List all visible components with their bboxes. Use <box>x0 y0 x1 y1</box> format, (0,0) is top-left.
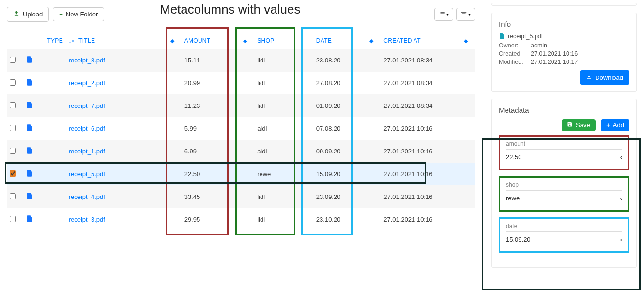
col-created-at-label: CREATED AT <box>383 37 421 44</box>
table-row[interactable]: receipt_4.pdf33.45lidl23.09.2027.01.2021… <box>7 185 475 208</box>
add-label: Add <box>613 122 624 129</box>
row-checkbox[interactable] <box>10 193 16 199</box>
save-icon <box>567 122 573 129</box>
cell-amount: 22.50 <box>182 163 241 185</box>
meta-field-date: date 15.09.20 ‹ <box>499 217 629 253</box>
info-filename: receipt_5.pdf <box>508 33 543 41</box>
info-heading: Info <box>499 20 629 28</box>
file-title-link[interactable]: receipt_3.pdf <box>69 216 105 223</box>
modified-label: Modified: <box>499 59 528 65</box>
file-title-link[interactable]: receipt_8.pdf <box>69 57 105 64</box>
file-icon <box>26 147 33 156</box>
row-checkbox[interactable] <box>10 148 16 154</box>
sort-icon: ↓F <box>69 38 74 44</box>
col-type[interactable]: TYPE <box>44 32 65 49</box>
view-buttons: ▾ ▾ <box>434 8 475 21</box>
file-icon <box>26 56 33 65</box>
download-button[interactable]: Download <box>580 70 629 85</box>
row-checkbox[interactable] <box>10 57 16 63</box>
table-row[interactable]: receipt_3.pdf29.95lidl23.10.2027.01.2021… <box>7 208 475 231</box>
save-button[interactable]: Save <box>562 119 596 131</box>
col-created-at-sort[interactable]: ◆ <box>461 32 475 49</box>
owner-label: Owner: <box>499 42 528 49</box>
add-button[interactable]: + Add <box>601 119 629 131</box>
file-title-link[interactable]: receipt_7.pdf <box>69 102 105 109</box>
row-checkbox[interactable] <box>10 79 16 86</box>
cell-created-at: 27.01.2021 10:16 <box>381 117 461 140</box>
table-row[interactable]: receipt_6.pdf5.99aldi07.08.2027.01.2021 … <box>7 117 475 140</box>
plus-icon: + <box>606 122 610 129</box>
col-date-sort[interactable]: ◆ <box>367 32 381 49</box>
chevron-left-icon[interactable]: ‹ <box>620 153 622 161</box>
upload-icon <box>13 10 20 18</box>
table-row[interactable]: receipt_1.pdf6.99aldi09.09.2027.01.2021 … <box>7 140 475 163</box>
plus-icon: + <box>59 11 63 18</box>
table-row[interactable]: receipt_7.pdf11.23lidl01.09.2027.01.2021… <box>7 94 475 117</box>
cell-amount: 33.45 <box>182 185 241 208</box>
col-shop-sort[interactable]: ◆ <box>240 32 254 49</box>
download-label: Download <box>595 74 623 81</box>
overlay-title: Metacolumns with values <box>160 2 300 17</box>
info-panel: Info receipt_5.pdf Owner:admin Created:2… <box>491 13 637 92</box>
cell-date: 23.08.20 <box>313 49 367 72</box>
col-title[interactable]: ↓F TITLE <box>66 32 168 49</box>
caret-down-icon: ▾ <box>468 12 471 17</box>
file-title-link[interactable]: receipt_2.pdf <box>69 79 105 87</box>
sort-icon: ◆ <box>369 38 373 43</box>
file-title-link[interactable]: receipt_4.pdf <box>69 193 105 200</box>
col-title-label: TITLE <box>78 37 95 44</box>
file-icon <box>499 33 505 41</box>
table-row[interactable]: receipt_5.pdf22.50rewe15.09.2027.01.2021… <box>7 163 475 185</box>
row-checkbox[interactable] <box>10 102 16 108</box>
cell-date: 23.10.20 <box>313 208 367 231</box>
view-mode-button[interactable]: ▾ <box>434 8 453 21</box>
row-checkbox[interactable] <box>10 170 16 177</box>
table-row[interactable]: receipt_2.pdf20.99lidl27.08.2027.01.2021… <box>7 72 475 94</box>
file-title-link[interactable]: receipt_6.pdf <box>69 125 105 132</box>
table-row[interactable]: receipt_8.pdf15.11lidl23.08.2027.01.2021… <box>7 49 475 72</box>
cell-amount: 11.23 <box>182 94 241 117</box>
cell-amount: 29.95 <box>182 208 241 231</box>
created-value: 27.01.2021 10:16 <box>531 50 578 57</box>
row-checkbox[interactable] <box>10 216 16 222</box>
sort-icon: ◆ <box>243 38 247 43</box>
meta-field-shop: shop rewe ‹ <box>499 176 629 212</box>
meta-date-value[interactable]: 15.09.20 <box>506 236 531 243</box>
col-amount-label: AMOUNT <box>184 37 211 44</box>
table-header-row: TYPE ↓F TITLE ◆ AMOUNT ◆ SHOP DATE ◆ CRE… <box>7 32 475 49</box>
col-amount[interactable]: AMOUNT <box>182 32 241 49</box>
col-shop[interactable]: SHOP <box>254 32 313 49</box>
row-checkbox[interactable] <box>10 125 16 131</box>
sort-mode-button[interactable]: ▾ <box>456 8 475 21</box>
chevron-left-icon[interactable]: ‹ <box>620 195 622 202</box>
cell-date: 27.08.20 <box>313 72 367 94</box>
cell-amount: 5.99 <box>182 117 241 140</box>
cell-shop: lidl <box>254 208 313 231</box>
file-icon <box>26 169 33 179</box>
meta-amount-value[interactable]: 22.50 <box>506 153 522 161</box>
col-created-at[interactable]: CREATED AT <box>381 32 461 49</box>
cell-date: 23.09.20 <box>313 185 367 208</box>
sort-icon <box>460 10 467 18</box>
main-panel: Upload + New Folder ▾ ▾ Metacolumns with… <box>0 0 480 304</box>
cell-shop: aldi <box>254 117 313 140</box>
meta-field-amount: amount 22.50 ‹ <box>499 135 629 170</box>
sort-icon: ◆ <box>464 38 468 43</box>
cell-created-at: 27.01.2021 10:16 <box>381 140 461 163</box>
cell-created-at: 27.01.2021 08:34 <box>381 49 461 72</box>
file-icon <box>26 101 33 111</box>
new-folder-button[interactable]: + New Folder <box>53 7 104 21</box>
col-amount-sort[interactable]: ◆ <box>168 32 182 49</box>
file-title-link[interactable]: receipt_5.pdf <box>69 170 105 178</box>
upload-label: Upload <box>23 11 43 18</box>
sort-icon: ◆ <box>170 38 174 43</box>
meta-shop-value[interactable]: rewe <box>506 195 520 202</box>
upload-button[interactable]: Upload <box>7 7 49 22</box>
caret-down-icon: ▾ <box>446 12 449 17</box>
col-date-label: DATE <box>316 37 332 44</box>
col-date[interactable]: DATE <box>313 32 367 49</box>
cell-amount: 6.99 <box>182 140 241 163</box>
file-title-link[interactable]: receipt_1.pdf <box>69 148 105 155</box>
chevron-left-icon[interactable]: ‹ <box>620 236 622 243</box>
info-filename-row: receipt_5.pdf <box>499 33 629 41</box>
